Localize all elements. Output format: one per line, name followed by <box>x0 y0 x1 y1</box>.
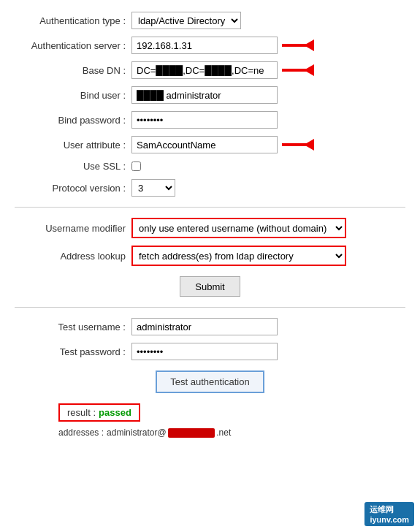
protocol-row: Protocol version : 3 2 <box>15 179 405 197</box>
use-ssl-row: Use SSL : <box>15 161 405 172</box>
username-modifier-label: Username modifier <box>15 223 131 234</box>
submit-row: Submit <box>15 276 405 297</box>
server-arrow <box>282 38 326 53</box>
addresses-redacted: ████████ <box>168 428 215 438</box>
divider-1 <box>15 207 405 208</box>
protocol-label: Protocol version : <box>15 183 131 194</box>
username-modifier-select[interactable]: only use entered username (without domai… <box>133 219 345 237</box>
watermark-subtext: iyunv.com <box>370 515 409 524</box>
auth-type-select-container[interactable]: ldap/Active Directory <box>131 12 241 29</box>
auth-server-row: Authentication server : <box>15 37 405 54</box>
red-arrow-icon-3 <box>282 137 318 152</box>
bind-pw-label: Bind password : <box>15 115 131 126</box>
bind-user-label: Bind user : <box>15 90 131 101</box>
use-ssl-label: Use SSL : <box>15 161 131 172</box>
auth-type-label: Authentication type : <box>15 15 131 26</box>
main-container: Authentication type : ldap/Active Direct… <box>0 0 420 449</box>
address-lookup-label: Address lookup <box>15 251 131 262</box>
red-arrow-icon <box>282 38 318 53</box>
auth-type-select[interactable]: ldap/Active Directory <box>131 12 241 29</box>
basedn-arrow <box>282 63 326 77</box>
test-auth-row: Test authentication <box>15 370 405 393</box>
address-lookup-row: Address lookup fetch address(es) from ld… <box>15 246 405 266</box>
user-attr-input[interactable] <box>131 136 278 153</box>
address-lookup-select[interactable]: fetch address(es) from ldap directory <box>133 247 345 265</box>
base-dn-label: Base DN : <box>15 65 131 76</box>
test-section: Test username : Test password : Test aut… <box>15 318 405 438</box>
address-lookup-redbox: fetch address(es) from ldap directory <box>131 246 346 266</box>
watermark-text: 运维网 <box>370 504 409 515</box>
user-attr-label: User attribute : <box>15 140 131 151</box>
test-username-row: Test username : <box>15 318 405 335</box>
submit-button[interactable]: Submit <box>180 276 240 297</box>
red-arrow-icon-2 <box>282 63 318 77</box>
test-username-label: Test username : <box>15 322 131 332</box>
bind-pw-row: Bind password : <box>15 111 405 129</box>
auth-server-input[interactable] <box>131 37 278 54</box>
bind-user-input[interactable] <box>131 86 278 104</box>
test-password-row: Test password : <box>15 343 405 360</box>
bind-pw-input[interactable] <box>131 111 278 129</box>
addresses-suffix: .net <box>216 428 231 438</box>
result-box: result : passed <box>58 403 140 422</box>
userattr-arrow <box>282 137 326 152</box>
test-auth-button[interactable]: Test authentication <box>156 370 264 393</box>
addresses-label: addresses : <box>58 428 104 438</box>
use-ssl-checkbox[interactable] <box>131 162 141 171</box>
watermark: 运维网 iyunv.com <box>364 502 414 526</box>
protocol-select[interactable]: 3 2 <box>131 179 175 197</box>
addresses-prefix: administrator@ <box>107 428 167 438</box>
base-dn-input[interactable] <box>131 61 278 79</box>
result-row: result : passed <box>15 403 405 422</box>
test-password-input[interactable] <box>131 343 278 360</box>
addresses-row: addresses : administrator@ ████████ .net <box>15 428 405 438</box>
username-modifier-redbox: only use entered username (without domai… <box>131 218 346 238</box>
user-attr-row: User attribute : <box>15 136 405 153</box>
auth-server-label: Authentication server : <box>15 40 131 51</box>
bind-user-row: Bind user : <box>15 86 405 104</box>
result-label: result : <box>67 407 96 418</box>
divider-2 <box>15 307 405 308</box>
base-dn-row: Base DN : <box>15 61 405 79</box>
test-password-label: Test password : <box>15 346 131 357</box>
auth-type-row: Authentication type : ldap/Active Direct… <box>15 12 405 29</box>
result-value: passed <box>99 407 131 418</box>
username-modifier-row: Username modifier only use entered usern… <box>15 218 405 238</box>
test-username-input[interactable] <box>131 318 278 335</box>
